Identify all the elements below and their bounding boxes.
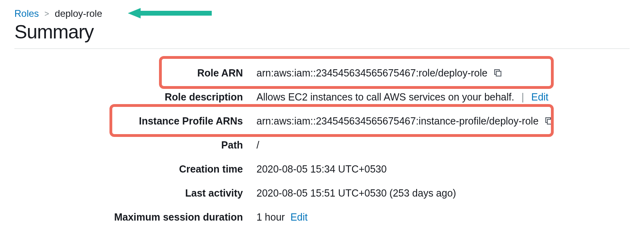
copy-icon[interactable] — [544, 116, 554, 126]
row-path: Path / — [14, 133, 630, 157]
label-instance-profile-arns: Instance Profile ARNs — [14, 115, 256, 127]
breadcrumb-current: deploy-role — [55, 8, 102, 19]
row-role-description: Role description Allows EC2 instances to… — [14, 85, 630, 109]
label-last-activity: Last activity — [14, 187, 256, 199]
breadcrumb-roles-link[interactable]: Roles — [14, 8, 39, 19]
separator: | — [520, 91, 526, 103]
breadcrumb-separator: > — [44, 9, 49, 18]
edit-description-link[interactable]: Edit — [531, 91, 549, 103]
label-creation-time: Creation time — [14, 163, 256, 175]
label-role-arn: Role ARN — [14, 67, 256, 79]
value-last-activity: 2020-08-05 15:51 UTC+0530 (253 days ago) — [256, 187, 456, 199]
value-instance-profile-arns: arn:aws:iam::234545634565675467:instance… — [256, 115, 539, 127]
row-last-activity: Last activity 2020-08-05 15:51 UTC+0530 … — [14, 181, 630, 205]
copy-icon[interactable] — [493, 68, 503, 78]
value-role-description: Allows EC2 instances to call AWS service… — [256, 91, 514, 103]
edit-session-duration-link[interactable]: Edit — [290, 211, 308, 223]
row-max-session-duration: Maximum session duration 1 hour Edit — [14, 205, 630, 229]
row-creation-time: Creation time 2020-08-05 15:34 UTC+0530 — [14, 157, 630, 181]
label-max-session-duration: Maximum session duration — [14, 211, 256, 223]
value-max-session-duration: 1 hour — [256, 211, 285, 223]
svg-marker-1 — [128, 8, 141, 18]
summary-table: Role ARN arn:aws:iam::234545634565675467… — [14, 61, 630, 229]
label-role-description: Role description — [14, 91, 256, 103]
value-creation-time: 2020-08-05 15:34 UTC+0530 — [256, 163, 387, 175]
value-path: / — [256, 139, 259, 151]
annotation-arrow — [128, 7, 212, 19]
value-role-arn: arn:aws:iam::234545634565675467:role/dep… — [256, 67, 487, 79]
breadcrumb: Roles > deploy-role — [14, 8, 630, 19]
label-path: Path — [14, 139, 256, 151]
divider — [14, 48, 630, 49]
row-role-arn: Role ARN arn:aws:iam::234545634565675467… — [14, 61, 630, 85]
page-title: Summary — [14, 21, 630, 43]
row-instance-profile-arns: Instance Profile ARNs arn:aws:iam::23454… — [14, 109, 630, 133]
svg-rect-2 — [496, 71, 501, 76]
svg-rect-3 — [547, 119, 552, 124]
